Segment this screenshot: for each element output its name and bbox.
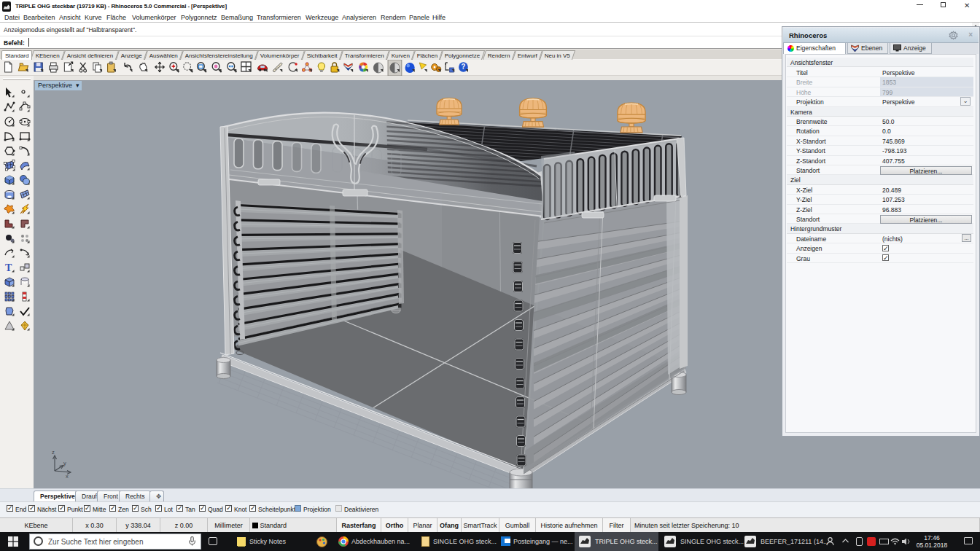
svg-text:x: x bbox=[66, 473, 69, 480]
svg-text:?: ? bbox=[462, 63, 466, 71]
svg-text:z: z bbox=[52, 449, 55, 456]
svg-text:T: T bbox=[5, 262, 12, 273]
svg-text:y: y bbox=[63, 460, 66, 466]
